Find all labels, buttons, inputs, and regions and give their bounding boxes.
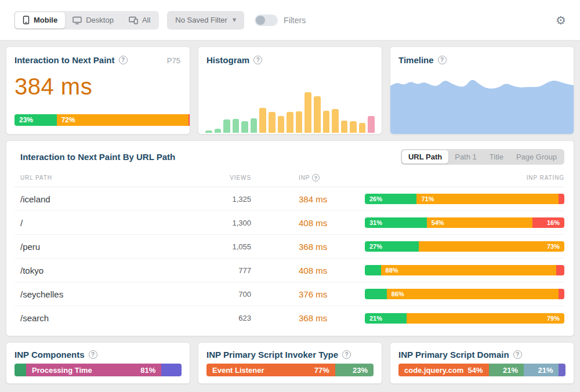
filters-toggle[interactable] <box>255 14 278 26</box>
help-icon[interactable]: ? <box>513 350 522 359</box>
bar-segment: code.jquery.com54% <box>398 364 489 376</box>
tab-label: URL Path <box>408 153 442 161</box>
bar-segment-value: 21% <box>538 366 553 375</box>
bar-segment: 21% <box>489 364 524 376</box>
help-icon[interactable]: ? <box>253 56 262 64</box>
histogram-bar <box>215 129 222 133</box>
phone-icon <box>23 16 30 24</box>
device-tab-label: Mobile <box>34 16 57 24</box>
table-row[interactable]: /1,300408 ms31%54%16% <box>14 211 564 235</box>
card-title-text: Timeline <box>398 55 434 65</box>
inp-rating-bar: 86% <box>365 289 564 299</box>
device-tab-all[interactable]: All <box>121 12 158 28</box>
card-title-text: Histogram <box>206 55 249 65</box>
inp-value-cell: 408 ms <box>251 218 365 228</box>
bar-segment-label: 88% <box>386 267 398 274</box>
device-tab-label: All <box>142 16 150 24</box>
grouping-segmented-control: URL Path Path 1 Title Page Group <box>401 149 564 165</box>
device-tab-desktop[interactable]: Desktop <box>65 12 121 28</box>
table-title: Interaction to Next Paint By URL Path <box>20 152 175 162</box>
top-toolbar: Mobile Desktop All No Saved Filter ▼ Fil… <box>0 0 580 41</box>
help-icon[interactable]: ? <box>89 350 97 359</box>
timeline-card: Timeline ? <box>390 46 574 135</box>
column-header-views: VIEWS <box>182 175 251 181</box>
inp-rating-cell: 31%54%16% <box>365 217 564 228</box>
help-icon[interactable]: ? <box>312 174 320 182</box>
histogram-bar <box>241 121 248 133</box>
bar-segment <box>188 114 190 126</box>
bar-segment: 86% <box>387 289 559 299</box>
card-title-text: INP Components <box>14 350 85 360</box>
chevron-down-icon: ▼ <box>233 17 236 23</box>
bar-segment: 79% <box>407 313 564 324</box>
bar-segment-value: 81% <box>140 366 155 375</box>
histogram-bar <box>278 116 285 133</box>
bar-segment: 23% <box>335 364 374 376</box>
histogram-bar <box>341 121 348 133</box>
bar-segment-value: 23% <box>353 366 368 375</box>
tab-title[interactable]: Title <box>483 150 510 164</box>
device-tab-mobile[interactable]: Mobile <box>15 12 65 28</box>
saved-filter-label: No Saved Filter <box>175 16 227 24</box>
bar-segment <box>365 289 387 299</box>
histogram-bar <box>296 111 303 133</box>
monitor-icon <box>72 16 82 24</box>
bar-segment <box>559 364 566 376</box>
inp-rating-cell: 21%79% <box>365 313 564 324</box>
bar-segment-label: code.jquery.com <box>404 366 463 375</box>
bar-segment-label: 23% <box>19 116 33 124</box>
timeline-area-chart <box>390 74 574 134</box>
tab-path-1[interactable]: Path 1 <box>448 150 483 164</box>
settings-gear-icon[interactable]: ⚙ <box>556 14 566 26</box>
inp-rating-bar: 88% <box>365 265 564 275</box>
inp-value-cell: 376 ms <box>251 289 365 299</box>
url-path-cell: / <box>20 218 182 228</box>
inp-rating-bar: 23%72% <box>14 114 190 126</box>
tab-url-path[interactable]: URL Path <box>402 150 448 164</box>
card-title-text: INP Primary Script Domain <box>398 350 509 360</box>
url-path-cell: /seychelles <box>20 289 182 299</box>
inp-value-cell: 368 ms <box>251 313 365 323</box>
bar-segment-label: 26% <box>369 195 382 202</box>
bar-segment: 21% <box>524 364 559 376</box>
bar-segment <box>14 364 26 376</box>
bar-segment-value: 79% <box>547 315 560 322</box>
bar-segment: Processing Time81% <box>26 364 161 376</box>
table-row[interactable]: /tokyo777408 ms88% <box>14 259 564 282</box>
bar-segment: 27% <box>365 241 419 252</box>
table-row[interactable]: /seychelles700376 ms86% <box>14 282 564 306</box>
bar-segment-value: 77% <box>314 366 329 375</box>
filters-toggle-label: Filters <box>284 16 306 25</box>
inp-rating-bar: 31%54%16% <box>365 217 564 228</box>
histogram-bar <box>323 111 330 133</box>
help-icon[interactable]: ? <box>438 56 447 64</box>
table-row[interactable]: /iceland1,325384 ms26%71% <box>14 187 564 211</box>
inp-value-cell: 368 ms <box>251 242 365 252</box>
histogram-bar <box>269 112 276 133</box>
inp-value-cell: 408 ms <box>251 266 365 275</box>
inp-script-domain-card: INP Primary Script Domain ? code.jquery.… <box>390 342 574 384</box>
help-icon[interactable]: ? <box>342 350 351 359</box>
views-cell: 700 <box>182 290 251 299</box>
histogram-bar <box>259 108 266 133</box>
saved-filter-dropdown[interactable]: No Saved Filter ▼ <box>167 11 244 30</box>
histogram-bar <box>368 116 375 133</box>
inp-rating-cell: 88% <box>365 265 564 275</box>
column-header-inp: INP ? <box>251 174 365 182</box>
tab-page-group[interactable]: Page Group <box>510 150 563 164</box>
help-icon[interactable]: ? <box>119 56 128 64</box>
bar-segment-label: 54% <box>432 219 444 226</box>
tab-label: Path 1 <box>455 153 477 161</box>
bar-segment-label: 71% <box>421 195 434 202</box>
views-cell: 1,300 <box>182 219 251 227</box>
inp-components-card: INP Components ? Processing Time81% <box>6 342 190 384</box>
bar-segment-label: Processing Time <box>32 366 92 375</box>
bar-segment: 23% <box>14 114 57 126</box>
histogram-chart <box>205 91 375 133</box>
table-row[interactable]: /peru1,055368 ms27%73% <box>14 235 564 259</box>
card-title-text: INP Primary Script Invoker Type <box>206 350 338 360</box>
metrics-row: Interaction to Next Paint ? P75 384 ms 2… <box>6 46 574 135</box>
table-row[interactable]: /search623368 ms21%79% <box>14 306 564 330</box>
inp-rating-bar: 21%79% <box>365 313 564 324</box>
card-title: Interaction to Next Paint ? <box>14 55 128 65</box>
